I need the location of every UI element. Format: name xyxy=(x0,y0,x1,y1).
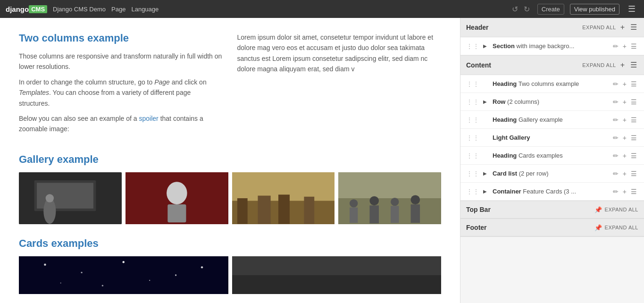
light-gallery-edit-button[interactable]: ✏ xyxy=(611,134,620,142)
svg-point-23 xyxy=(411,195,420,204)
header-menu-button[interactable]: ☰ xyxy=(629,23,638,32)
heading-two-columns-label: Heading Two columns example xyxy=(493,80,609,87)
drag-handle-card-list[interactable]: ⋮⋮ xyxy=(466,170,479,177)
redo-button[interactable]: ↻ xyxy=(522,4,532,15)
gallery-image-2[interactable] xyxy=(125,172,228,224)
language-menu[interactable]: Language xyxy=(131,6,159,13)
section-image-menu-button[interactable]: ☰ xyxy=(629,42,638,50)
gallery-image-1[interactable] xyxy=(19,172,122,224)
drag-handle-row[interactable]: ⋮⋮ xyxy=(466,98,479,106)
section-image-add-button[interactable]: + xyxy=(621,42,628,50)
svg-point-28 xyxy=(123,261,125,263)
card-list-label: Card list (2 per row) xyxy=(493,170,609,177)
card-list-menu-button[interactable]: ☰ xyxy=(629,169,638,178)
heading-cards-menu-button[interactable]: ☰ xyxy=(629,152,638,160)
header-expand-all-button[interactable]: EXPAND ALL xyxy=(582,25,616,30)
card-list-add-button[interactable]: + xyxy=(621,169,628,178)
light-gallery-label: Light Gallery xyxy=(493,134,609,141)
heading-cards-edit-button[interactable]: ✏ xyxy=(611,152,620,160)
undo-button[interactable]: ↺ xyxy=(510,4,520,15)
footer-expand-all-button[interactable]: EXPAND ALL xyxy=(605,225,638,230)
heading-cards-add-button[interactable]: + xyxy=(621,152,628,160)
row-menu-button[interactable]: ☰ xyxy=(629,98,638,106)
heading-gallery-edit-button[interactable]: ✏ xyxy=(611,116,620,124)
svg-point-17 xyxy=(350,199,358,207)
svg-point-31 xyxy=(60,282,61,283)
svg-point-26 xyxy=(44,263,46,265)
expand-arrow-section-image[interactable]: ▶ xyxy=(483,43,490,49)
create-button[interactable]: Create xyxy=(537,4,564,15)
two-columns-left: Two columns example Those columns are re… xyxy=(19,32,223,139)
drag-handle-section-image[interactable]: ⋮⋮ xyxy=(466,42,479,50)
site-name-link[interactable]: Django CMS Demo xyxy=(53,6,106,13)
footer-section-header: Footer 📌 EXPAND ALL xyxy=(460,219,644,236)
header-section-header: Header EXPAND ALL + ☰ xyxy=(460,18,644,37)
two-columns-right: Lorem ipsum dolor sit amet, consetetur t… xyxy=(237,32,442,139)
logo-django: django xyxy=(6,5,29,13)
two-columns-heading: Two columns example xyxy=(19,32,223,44)
svg-rect-12 xyxy=(258,195,270,224)
card-image-1[interactable] xyxy=(19,256,228,294)
gallery-heading: Gallery example xyxy=(19,153,441,166)
card-image-2[interactable] xyxy=(232,256,442,294)
expand-arrow-card-list[interactable]: ▶ xyxy=(483,171,490,176)
container-add-button[interactable]: + xyxy=(621,187,628,196)
gallery-section: Gallery example xyxy=(19,153,441,224)
two-columns-section: Two columns example Those columns are re… xyxy=(19,32,441,139)
svg-point-27 xyxy=(81,272,82,273)
svg-point-19 xyxy=(370,196,379,205)
gallery-image-3[interactable] xyxy=(232,172,335,224)
expand-arrow-row[interactable]: ▶ xyxy=(483,99,490,104)
drag-handle-heading-gallery[interactable]: ⋮⋮ xyxy=(466,116,479,124)
svg-point-4 xyxy=(46,194,54,202)
svg-point-29 xyxy=(175,274,176,276)
spoiler-link[interactable]: spoiler xyxy=(139,115,159,122)
heading-cards-label: Heading Cards examples xyxy=(493,152,609,159)
row-two-columns-item: ⋮⋮ ▶ Row (2 columns) ✏ + ☰ xyxy=(460,93,644,111)
card-list-actions: ✏ + ☰ xyxy=(611,169,638,178)
heading-two-add-button[interactable]: + xyxy=(621,80,628,88)
heading-gallery-menu-button[interactable]: ☰ xyxy=(629,116,638,124)
light-gallery-menu-button[interactable]: ☰ xyxy=(629,134,638,142)
two-columns-p2: In order to change the column structure,… xyxy=(19,77,223,109)
hamburger-menu-button[interactable]: ☰ xyxy=(625,3,638,15)
svg-rect-35 xyxy=(232,275,442,294)
view-published-button[interactable]: View published xyxy=(570,4,619,15)
row-add-button[interactable]: + xyxy=(621,98,628,106)
content-expand-all-button[interactable]: EXPAND ALL xyxy=(582,62,616,68)
drag-handle-container[interactable]: ⋮⋮ xyxy=(466,188,479,195)
card-list-edit-button[interactable]: ✏ xyxy=(611,169,620,178)
gallery-image-4[interactable] xyxy=(338,172,441,224)
svg-rect-18 xyxy=(350,207,358,223)
svg-rect-22 xyxy=(391,206,399,223)
heading-two-menu-button[interactable]: ☰ xyxy=(629,80,638,88)
container-edit-button[interactable]: ✏ xyxy=(611,187,620,196)
heading-gallery-actions: ✏ + ☰ xyxy=(611,116,638,124)
two-columns-p3: Below you can also see an example of a s… xyxy=(19,113,223,135)
content-add-button[interactable]: + xyxy=(619,60,626,70)
container-actions: ✏ + ☰ xyxy=(611,187,638,196)
container-menu-button[interactable]: ☰ xyxy=(629,187,638,196)
page-menu[interactable]: Page xyxy=(111,6,125,13)
row-edit-button[interactable]: ✏ xyxy=(611,98,620,106)
topbar-section-title: Top Bar xyxy=(466,206,592,213)
svg-point-33 xyxy=(149,280,150,281)
content-section-header: Content EXPAND ALL + ☰ xyxy=(460,56,644,75)
header-add-button[interactable]: + xyxy=(619,23,626,32)
logo-cms: CMS xyxy=(29,5,47,13)
svg-rect-8 xyxy=(167,204,186,222)
cards-section: Cards examples xyxy=(19,237,441,294)
section-image-actions: ✏ + ☰ xyxy=(611,42,638,50)
content-menu-button[interactable]: ☰ xyxy=(629,60,638,70)
drag-handle-heading-cards[interactable]: ⋮⋮ xyxy=(466,152,479,160)
drag-handle-heading-two[interactable]: ⋮⋮ xyxy=(466,80,479,88)
heading-gallery-add-button[interactable]: + xyxy=(621,116,628,124)
section-image-edit-button[interactable]: ✏ xyxy=(611,42,620,50)
drag-handle-light-gallery[interactable]: ⋮⋮ xyxy=(466,134,479,142)
topbar-expand-all-button[interactable]: EXPAND ALL xyxy=(605,207,638,212)
topbar: djangoCMS Django CMS Demo Page Language … xyxy=(0,0,644,18)
section-image-label: Section with image backgro... xyxy=(493,42,609,50)
heading-two-edit-button[interactable]: ✏ xyxy=(611,80,620,88)
light-gallery-add-button[interactable]: + xyxy=(621,134,628,142)
expand-arrow-container[interactable]: ▶ xyxy=(483,189,490,194)
